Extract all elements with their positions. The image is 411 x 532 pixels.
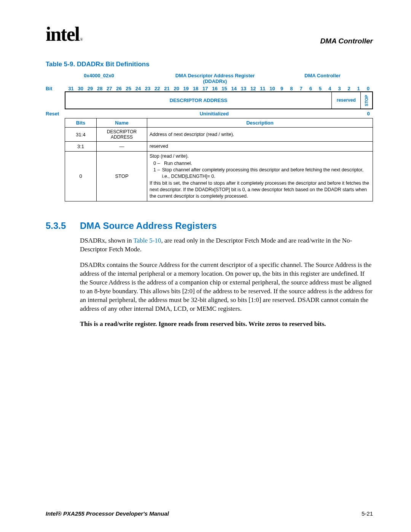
- page-footer: Intel® PXA255 Processor Developer's Manu…: [46, 510, 373, 517]
- bit-number: 10: [268, 86, 277, 91]
- register-name-line2: (DDADRx): [133, 78, 297, 84]
- register-meta-row: 0x4000_02x0 DMA Descriptor Address Regis…: [46, 73, 373, 84]
- body-paragraph-3: This is a read/write register. Ignore re…: [80, 320, 373, 328]
- bit-number: 18: [191, 86, 200, 91]
- bit-number: 17: [201, 86, 210, 91]
- cell-desc: Stop (read / write). 0 – Run channel. 1 …: [147, 151, 373, 201]
- table-row: 31:4 DESCRIPTOR ADDRESS Address of next …: [65, 128, 373, 142]
- bit-number: 26: [114, 86, 124, 91]
- reset-label: Reset: [46, 111, 65, 117]
- bit-number: 30: [76, 86, 85, 91]
- bit-number: 1: [354, 86, 363, 91]
- page-header: intel® DMA Controller: [46, 23, 373, 45]
- register-name: DMA Descriptor Address Register (DDADRx): [133, 73, 297, 84]
- bit-number: 23: [143, 86, 153, 91]
- bit-number: 24: [133, 86, 143, 91]
- reset-bit0: 0: [364, 111, 373, 117]
- cell-desc: Address of next descriptor (read / write…: [147, 128, 373, 142]
- cell-name: STOP: [97, 151, 147, 201]
- bit-number: 4: [325, 86, 335, 91]
- bit-number: 21: [162, 86, 172, 91]
- desc-option-row: 1 – Stop channel after completely proces…: [153, 167, 370, 180]
- reset-value: Uninitialized: [65, 111, 364, 117]
- bit-number: 0: [363, 86, 373, 91]
- bit-number: 6: [306, 86, 315, 91]
- p1-a: DSADRx, shown in: [80, 237, 133, 244]
- bit-number-row: Bit 313029282726252423222120191817161514…: [46, 86, 373, 91]
- bit-label: Bit: [46, 86, 66, 91]
- register-name-line1: DMA Descriptor Address Register: [133, 73, 297, 78]
- cell-desc: reserved: [147, 142, 373, 152]
- table-row: 0 STOP Stop (read / write). 0 – Run chan…: [65, 151, 373, 201]
- opt-val: Stop channel after completely processing…: [162, 167, 370, 180]
- bit-number: 19: [181, 86, 191, 91]
- table-caption: Table 5-9. DDADRx Bit Definitions: [46, 61, 373, 68]
- bit-number: 31: [66, 86, 76, 91]
- section-number: 5.3.5: [46, 220, 80, 231]
- body-paragraph-2: DSADRx contains the Source Address for t…: [80, 261, 373, 313]
- bit-grid: 3130292827262524232221201918171615141312…: [66, 86, 373, 91]
- section-heading: 5.3.5 DMA Source Address Registers: [46, 220, 373, 231]
- bit-number: 8: [287, 86, 296, 91]
- bit-number: 15: [220, 86, 229, 91]
- desc-outro: If this bit is set, the channel to stops…: [150, 180, 370, 200]
- cell-bits: 0: [65, 151, 97, 201]
- bit-definitions-table: Bits Name Description 31:4 DESCRIPTOR AD…: [65, 118, 373, 201]
- opt-key: 1 –: [153, 167, 162, 180]
- cell-bits: 3:1: [65, 142, 97, 152]
- bit-number: 22: [153, 86, 162, 91]
- cell-bits: 31:4: [65, 128, 97, 142]
- col-desc-header: Description: [147, 118, 373, 128]
- opt-val: Run channel.: [164, 160, 192, 167]
- desc-option-row: 0 – Run channel.: [153, 160, 370, 167]
- field-stop-label: STOP: [364, 95, 369, 106]
- register-module: DMA Controller: [297, 73, 373, 84]
- field-reserved: reserved: [332, 92, 361, 109]
- bit-number: 12: [249, 86, 258, 91]
- bit-number: 27: [105, 86, 114, 91]
- bit-number: 25: [124, 86, 133, 91]
- cell-name: DESCRIPTOR ADDRESS: [97, 128, 147, 142]
- doc-section-title: DMA Controller: [320, 37, 373, 45]
- footer-left: Intel® PXA255 Processor Developer's Manu…: [46, 510, 169, 517]
- page: intel® DMA Controller Table 5-9. DDADRx …: [0, 0, 411, 532]
- bit-number: 9: [277, 86, 287, 91]
- bit-number: 11: [258, 86, 268, 91]
- section-title: DMA Source Address Registers: [80, 220, 217, 231]
- bit-number: 3: [335, 86, 344, 91]
- register-address: 0x4000_02x0: [65, 73, 133, 84]
- cell-name: —: [97, 142, 147, 152]
- fields-row: DESCRIPTOR ADDRESS reserved STOP: [65, 91, 373, 109]
- logo-text: intel: [46, 23, 79, 45]
- field-stop: STOP: [361, 92, 372, 109]
- table-row: 3:1 — reserved: [65, 142, 373, 152]
- reset-row: Reset Uninitialized 0: [46, 109, 373, 118]
- bit-number: 16: [210, 86, 220, 91]
- bit-number: 2: [344, 86, 354, 91]
- bit-number: 13: [239, 86, 248, 91]
- footer-right: 5-21: [362, 510, 373, 517]
- body-paragraph-1: DSADRx, shown in Table 5-10, are read on…: [80, 236, 373, 254]
- registered-mark: ®: [80, 37, 82, 42]
- col-name-header: Name: [97, 118, 147, 128]
- bit-number: 28: [95, 86, 105, 91]
- table-header-row: Bits Name Description: [65, 118, 373, 128]
- bit-number: 7: [296, 86, 306, 91]
- desc-options: 0 – Run channel. 1 – Stop channel after …: [153, 160, 370, 180]
- desc-intro: Stop (read / write).: [150, 153, 370, 160]
- opt-key: 0 –: [153, 160, 164, 167]
- field-descriptor-address: DESCRIPTOR ADDRESS: [65, 92, 332, 109]
- table-link[interactable]: Table 5-10: [133, 237, 161, 244]
- intel-logo: intel®: [46, 23, 82, 45]
- bit-number: 20: [172, 86, 181, 91]
- bit-number: 5: [315, 86, 325, 91]
- bit-number: 29: [85, 86, 95, 91]
- bit-number: 14: [229, 86, 239, 91]
- col-bits-header: Bits: [65, 118, 97, 128]
